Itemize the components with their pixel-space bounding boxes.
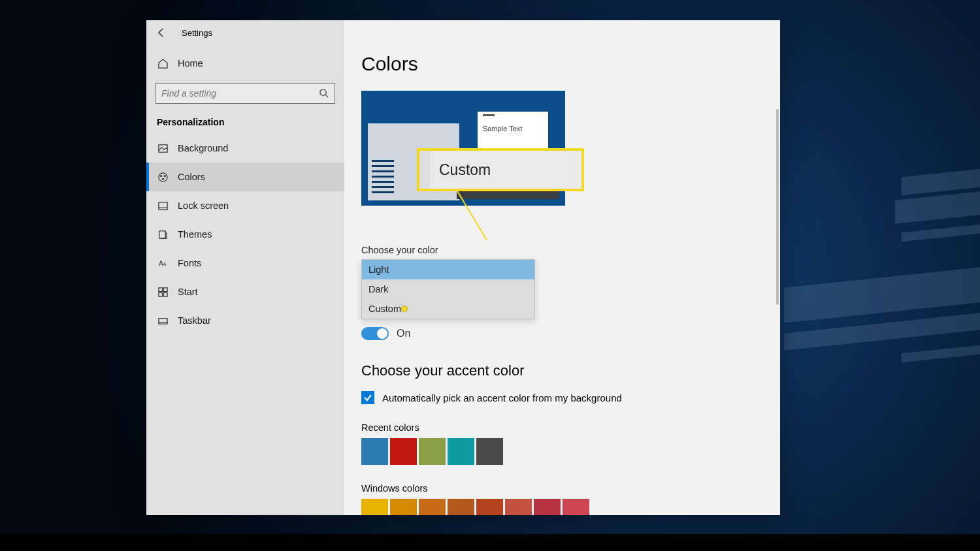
color-swatch[interactable] xyxy=(361,438,388,465)
color-swatch[interactable] xyxy=(505,499,532,515)
sidebar-item-label: Start xyxy=(178,287,198,297)
svg-line-5 xyxy=(325,95,328,97)
sidebar-item-taskbar[interactable]: Taskbar xyxy=(146,306,344,335)
toggle-switch[interactable] xyxy=(361,327,389,340)
windows-colors-grid xyxy=(361,499,763,515)
sidebar-item-label: Taskbar xyxy=(178,315,211,326)
color-swatch[interactable] xyxy=(390,438,417,465)
sidebar-item-label: Lock screen xyxy=(178,200,229,211)
callout-highlight: Custom xyxy=(417,148,584,191)
sidebar-item-lock-screen[interactable]: Lock screen xyxy=(146,191,344,220)
callout-text: Custom xyxy=(439,161,491,179)
svg-text:A: A xyxy=(163,261,167,267)
auto-pick-checkbox[interactable] xyxy=(361,391,374,404)
color-swatch[interactable] xyxy=(419,499,446,515)
auto-pick-row[interactable]: Automatically pick an accent color from … xyxy=(361,391,763,404)
nav-home[interactable]: Home xyxy=(146,46,344,80)
search-input[interactable] xyxy=(161,88,319,99)
color-swatch[interactable] xyxy=(534,499,561,515)
svg-point-10 xyxy=(162,178,163,180)
sidebar: Settings Home Personalization Background… xyxy=(146,20,344,515)
back-button[interactable] xyxy=(155,27,167,39)
sidebar-item-label: Fonts xyxy=(178,258,201,268)
lock-screen-icon xyxy=(157,200,169,212)
letterbox-bottom xyxy=(0,534,980,551)
fonts-icon: AA xyxy=(157,257,169,269)
color-preview: Sample Text Custom xyxy=(361,91,565,206)
choose-color-dropdown[interactable]: Light Dark Custom xyxy=(361,259,535,319)
wallpaper-light-beam xyxy=(895,191,980,224)
svg-rect-18 xyxy=(158,292,162,296)
svg-rect-13 xyxy=(159,230,165,238)
svg-point-7 xyxy=(158,172,167,181)
auto-pick-label: Automatically pick an accent color from … xyxy=(382,392,622,403)
color-option-light[interactable]: Light xyxy=(362,260,534,279)
taskbar-icon xyxy=(157,315,169,326)
settings-window: Settings Home Personalization Background… xyxy=(146,20,780,515)
sidebar-item-start[interactable]: Start xyxy=(146,277,344,306)
svg-rect-17 xyxy=(163,287,167,291)
picture-icon xyxy=(157,142,169,154)
recent-colors-row xyxy=(361,438,763,465)
toggle-state: On xyxy=(397,328,410,339)
color-swatch[interactable] xyxy=(563,499,589,515)
sidebar-item-colors[interactable]: Colors xyxy=(146,163,344,191)
color-swatch[interactable] xyxy=(419,438,446,465)
window-title: Settings xyxy=(182,28,212,38)
accent-heading: Choose your accent color xyxy=(361,362,763,379)
scrollbar[interactable] xyxy=(776,109,779,305)
color-swatch[interactable] xyxy=(448,438,474,465)
wallpaper-light-beam xyxy=(784,267,980,323)
color-option-dark[interactable]: Dark xyxy=(362,279,534,299)
titlebar: Settings xyxy=(146,20,344,45)
themes-icon xyxy=(157,228,169,240)
svg-point-4 xyxy=(320,89,326,95)
palette-icon xyxy=(157,171,169,183)
nav-home-label: Home xyxy=(178,58,203,69)
sidebar-item-fonts[interactable]: AA Fonts xyxy=(146,249,344,277)
svg-point-8 xyxy=(160,175,161,176)
choose-color-label: Choose your color xyxy=(361,245,763,255)
svg-rect-11 xyxy=(158,202,167,209)
sidebar-item-label: Background xyxy=(178,143,228,153)
wallpaper-light-beam xyxy=(902,345,980,363)
sidebar-item-background[interactable]: Background xyxy=(146,134,344,163)
search-icon xyxy=(319,88,329,99)
windows-colors-label: Windows colors xyxy=(361,483,763,494)
color-swatch[interactable] xyxy=(448,499,474,515)
color-swatch[interactable] xyxy=(390,499,417,515)
callout-anchor-dot xyxy=(401,306,408,312)
transparency-toggle-row: On xyxy=(361,327,763,340)
start-icon xyxy=(157,286,169,298)
wallpaper-light-beam xyxy=(902,225,980,242)
wallpaper-light-beam xyxy=(902,169,980,196)
color-swatch[interactable] xyxy=(476,499,503,515)
color-swatch[interactable] xyxy=(476,438,503,465)
svg-point-9 xyxy=(164,175,165,176)
svg-rect-20 xyxy=(158,318,167,324)
page-title: Colors xyxy=(361,53,763,75)
recent-colors-label: Recent colors xyxy=(361,422,763,433)
svg-rect-16 xyxy=(158,287,162,291)
svg-rect-19 xyxy=(163,292,167,296)
home-icon xyxy=(157,57,169,69)
color-swatch[interactable] xyxy=(361,499,388,515)
sidebar-item-themes[interactable]: Themes xyxy=(146,220,344,249)
sidebar-item-label: Colors xyxy=(178,172,205,182)
sidebar-item-label: Themes xyxy=(178,229,212,240)
search-box[interactable] xyxy=(155,83,335,104)
preview-sample-text: Sample Text xyxy=(483,125,522,133)
color-option-custom[interactable]: Custom xyxy=(362,299,534,319)
sidebar-section-label: Personalization xyxy=(146,109,344,134)
content-area: Colors Sample Text Custom Choos xyxy=(344,20,780,515)
preview-window-c: Sample Text xyxy=(478,112,548,148)
